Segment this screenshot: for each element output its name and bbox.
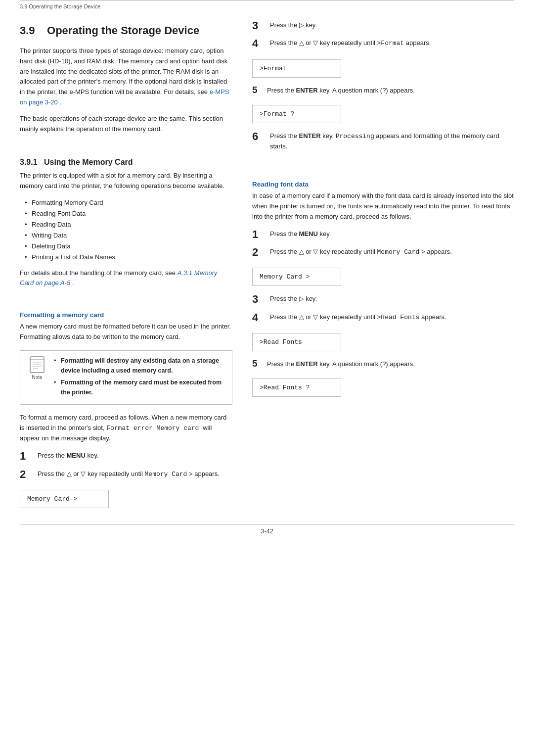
right-step-6-text: Press the ENTER key. Processing appears … bbox=[270, 130, 514, 152]
capability-list: Formatting Memory Card Reading Font Data… bbox=[25, 197, 232, 263]
font-step-5-text: Press the ENTER key. A question mark (?)… bbox=[267, 358, 415, 370]
step-1-block: 1 Press the MENU key. bbox=[20, 450, 232, 463]
step-2-block: 2 Press the △ or ▽ key repeatedly until … bbox=[20, 468, 232, 481]
step-1-text: Press the MENU key. bbox=[38, 450, 98, 461]
font-step-1-num: 1 bbox=[252, 228, 270, 241]
code-display-read-fonts: >Read Fonts bbox=[252, 333, 341, 351]
content-area: 3.9 Operating the Storage Device The pri… bbox=[0, 9, 534, 515]
formatting-body: A new memory card must be formatted befo… bbox=[20, 322, 232, 342]
note-label: Note bbox=[32, 375, 42, 380]
subsection-ref: For details about the handling of the me… bbox=[20, 268, 232, 289]
list-item: Formatting Memory Card bbox=[25, 197, 232, 208]
right-step-4-text: Press the △ or ▽ key repeatedly until >F… bbox=[270, 37, 431, 49]
subsection-body: The printer is equipped with a slot for … bbox=[20, 171, 232, 191]
page-number: 3-42 bbox=[0, 524, 534, 540]
subsection-title-text: Using the Memory Card bbox=[44, 158, 133, 166]
list-item: Printing a List of Data Names bbox=[25, 252, 232, 263]
reading-font-heading: Reading font data bbox=[252, 181, 514, 188]
font-step-3-text: Press the ▷ key. bbox=[270, 293, 317, 304]
page: 3.9 Operating the Storage Device 3.9 Ope… bbox=[0, 0, 534, 756]
section-number: 3.9 bbox=[20, 24, 35, 37]
note-item-2: Formatting of the memory card must be ex… bbox=[54, 378, 226, 397]
list-item: Deleting Data bbox=[25, 241, 232, 252]
code-display-memory-card-left: Memory Card > bbox=[20, 490, 109, 508]
section-title: 3.9 Operating the Storage Device bbox=[20, 24, 232, 37]
font-step-5-num: 5 bbox=[252, 358, 267, 370]
note-box: Note Formatting will destroy any existin… bbox=[20, 350, 232, 405]
intro-para2: The basic operations of each storage dev… bbox=[20, 114, 232, 135]
font-step-3-num: 3 bbox=[252, 293, 270, 306]
list-item: Reading Data bbox=[25, 219, 232, 230]
step-2-text: Press the △ or ▽ key repeatedly until Me… bbox=[38, 468, 220, 480]
right-step-4-num: 4 bbox=[252, 37, 270, 50]
font-step-4-block: 4 Press the △ or ▽ key repeatedly until … bbox=[252, 311, 514, 324]
formatting-heading: Formatting a memory card bbox=[20, 311, 232, 319]
font-step-5-block: 5 Press the ENTER key. A question mark (… bbox=[252, 358, 514, 370]
font-step-1-block: 1 Press the MENU key. bbox=[252, 228, 514, 241]
left-column: 3.9 Operating the Storage Device The pri… bbox=[20, 19, 247, 515]
right-step-6-num: 6 bbox=[252, 130, 270, 143]
font-step-2-text: Press the △ or ▽ key repeatedly until Me… bbox=[270, 246, 452, 258]
note-item-1: Formatting will destroy any existing dat… bbox=[54, 356, 226, 376]
right-step-6-block: 6 Press the ENTER key. Processing appear… bbox=[252, 130, 514, 152]
right-step-5-text: Press the ENTER key. A question mark (?)… bbox=[267, 85, 415, 96]
subsection-number: 3.9.1 bbox=[20, 158, 38, 166]
list-item: Writing Data bbox=[25, 230, 232, 241]
code-display-format-q: >Format ? bbox=[252, 105, 341, 123]
font-step-1-text: Press the MENU key. bbox=[270, 228, 331, 239]
right-step-5-num: 5 bbox=[252, 85, 267, 96]
section-title-text: Operating the Storage Device bbox=[47, 24, 199, 37]
note-icon: Note bbox=[26, 356, 48, 380]
list-item: Reading Font Data bbox=[25, 208, 232, 219]
right-step-3-block: 3 Press the ▷ key. bbox=[252, 19, 514, 32]
right-column: 3 Press the ▷ key. 4 Press the △ or ▽ ke… bbox=[247, 19, 514, 515]
right-step-3-num: 3 bbox=[252, 19, 270, 32]
reading-font-body: In case of a memory card if a memory wit… bbox=[252, 191, 514, 222]
font-step-2-block: 2 Press the △ or ▽ key repeatedly until … bbox=[252, 246, 514, 259]
code-display-format: >Format bbox=[252, 59, 341, 78]
note-content: Formatting will destroy any existing dat… bbox=[54, 356, 226, 399]
step-2-num: 2 bbox=[20, 468, 38, 481]
formatting-body2: To format a memory card, proceed as foll… bbox=[20, 413, 232, 444]
code-display-memory-card-right: Memory Card > bbox=[252, 268, 341, 286]
intro-para1: The printer supports three types of stor… bbox=[20, 46, 232, 108]
right-step-5-block: 5 Press the ENTER key. A question mark (… bbox=[252, 85, 514, 96]
font-step-4-num: 4 bbox=[252, 311, 270, 324]
font-step-2-num: 2 bbox=[252, 246, 270, 259]
right-step-3-text: Press the ▷ key. bbox=[270, 19, 317, 31]
note-svg-icon bbox=[28, 356, 46, 374]
header-label: 3.9 Operating the Storage Device bbox=[0, 0, 534, 9]
code-display-read-fonts-q: >Read Fonts ? bbox=[252, 378, 341, 397]
font-step-3-block: 3 Press the ▷ key. bbox=[252, 293, 514, 306]
font-step-4-text: Press the △ or ▽ key repeatedly until >R… bbox=[270, 311, 446, 323]
subsection-title: 3.9.1 Using the Memory Card bbox=[20, 158, 232, 167]
step-1-num: 1 bbox=[20, 450, 38, 463]
right-step-4-block: 4 Press the △ or ▽ key repeatedly until … bbox=[252, 37, 514, 50]
